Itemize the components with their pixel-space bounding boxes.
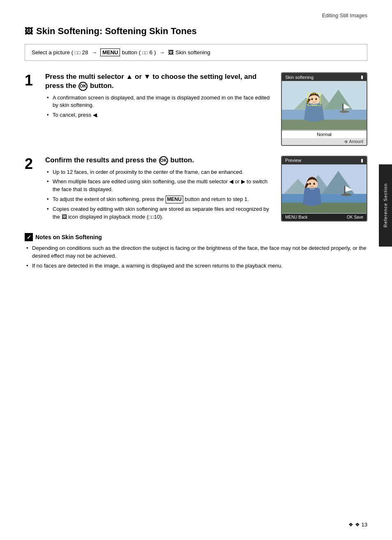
nav-text-paren: ) <box>154 49 156 55</box>
preview-footer: MENU Back OK Save <box>282 214 367 221</box>
step2-bullet-list: Up to 12 faces, in order of proximity to… <box>45 168 273 222</box>
side-tab: Reference Section <box>379 164 392 247</box>
step1-bullet-1-text: A confirmation screen is displayed, and … <box>53 95 270 108</box>
svg-point-7 <box>339 111 349 113</box>
screen1-header: Skin softening ▮ <box>282 73 367 81</box>
step2-heading-text: Confirm the results and press the <box>45 156 159 164</box>
page-header: Editing Still Images <box>25 12 367 18</box>
nav-page1: 28 <box>82 49 88 55</box>
step2-bullet-2-text: When multiple faces are edited using ski… <box>53 178 267 192</box>
notes-item-2: If no faces are detected in the image, a… <box>25 262 367 270</box>
step2-screen: Preview ▮ <box>281 156 367 222</box>
step2-bullet-3-text: To adjust the extent of skin softening, … <box>53 196 166 202</box>
step1-heading-text: Press the multi selector ▲ or ▼ to choos… <box>45 73 257 90</box>
step2-bullet-3-text2: button and return to step 1. <box>183 196 249 202</box>
screen1-amount: ⊕ Amount <box>282 138 367 145</box>
step2-heading: Confirm the results and press the OK but… <box>45 156 273 165</box>
step2-text: Confirm the results and press the OK but… <box>45 156 273 223</box>
step2-bullet-3: To adjust the extent of skin softening, … <box>45 196 273 203</box>
nav-page2: 6 <box>149 49 152 55</box>
svg-point-11 <box>315 98 317 100</box>
footer-page-number: 13 <box>362 522 367 528</box>
page-title-text: Skin Softening: Softening Skin Tones <box>36 26 197 37</box>
step1-content: Press the multi selector ▲ or ▼ to choos… <box>45 72 367 146</box>
svg-point-23 <box>309 183 311 185</box>
step1-bullet-2: To cancel, press ◀. <box>45 111 273 119</box>
svg-rect-8 <box>282 120 367 130</box>
amount-icon: ⊕ <box>344 139 348 144</box>
preview-back-label: MENU Back <box>285 215 307 219</box>
step1-bullet-1: A confirmation screen is displayed, and … <box>45 94 273 110</box>
preview-battery: ▮ <box>361 158 363 163</box>
nav-text-start: Select a picture ( <box>32 49 73 55</box>
nav-text-mid: button ( <box>122 49 141 55</box>
step1-heading-end: button. <box>88 82 113 90</box>
nav-page1-icon: □□ <box>75 50 80 55</box>
step1-section: 1 Press the multi selector ▲ or ▼ to cho… <box>25 72 367 146</box>
step2-bullet-1-text: Up to 12 faces, in order of proximity to… <box>53 169 244 175</box>
step2-row: Confirm the results and press the OK but… <box>45 156 367 223</box>
step2-content: Confirm the results and press the OK but… <box>45 156 367 223</box>
footer-icon: ❖ <box>348 522 353 528</box>
step2-bullet-2: When multiple faces are edited using ski… <box>45 178 273 194</box>
notes-header: ✓ Notes on Skin Softening <box>25 233 367 241</box>
screen1-footer: Normal <box>282 130 367 138</box>
step2-bullet-4: Copies created by editing with skin soft… <box>45 205 273 221</box>
skin-softening-screen: Skin softening ▮ <box>281 72 367 146</box>
notes-item-1: Depending on conditions such as the dire… <box>25 245 367 260</box>
svg-point-10 <box>311 98 313 100</box>
checkmark-icon: ✓ <box>25 233 33 241</box>
nav-icon2: 🖼 <box>168 49 174 55</box>
nav-arrow1: → <box>92 49 97 55</box>
step1-number: 1 <box>25 73 45 88</box>
svg-point-20 <box>341 194 352 196</box>
menu-label-inline: MENU <box>166 196 183 203</box>
preview-title: Preview <box>285 158 301 163</box>
ok-button-icon2: OK <box>159 156 168 165</box>
screen1-battery: ▮ <box>361 74 363 80</box>
menu-key: MENU <box>100 48 120 56</box>
step1-screen: Skin softening ▮ <box>281 72 367 146</box>
preview-header: Preview ▮ <box>282 157 367 164</box>
screen1-amount-label: Amount <box>349 139 363 144</box>
notes-item-1-text: Depending on conditions such as the dire… <box>32 245 366 259</box>
step1-text: Press the multi selector ▲ or ▼ to choos… <box>45 72 273 121</box>
preview-camera-screen: Preview ▮ <box>281 156 367 222</box>
step2-ref-icon: □□ <box>148 215 154 219</box>
nav-arrow2: → <box>159 49 165 55</box>
footer-icon2: ❖ <box>355 522 360 528</box>
page-title: 🖼 Skin Softening: Softening Skin Tones <box>25 26 367 37</box>
notes-title: Notes on Skin Softening <box>35 234 102 240</box>
svg-rect-5 <box>342 104 344 112</box>
side-tab-label: Reference Section <box>383 183 388 228</box>
svg-point-24 <box>314 183 315 185</box>
navigation-box: Select a picture ( □□ 28 → MENU button (… <box>25 44 367 61</box>
step1-heading: Press the multi selector ▲ or ▼ to choos… <box>45 72 273 91</box>
notes-list: Depending on conditions such as the dire… <box>25 245 367 270</box>
svg-rect-18 <box>344 186 345 195</box>
nav-end: Skin softening <box>175 49 210 55</box>
ok-button-icon: OK <box>78 82 88 91</box>
screen1-level: Normal <box>317 132 331 137</box>
svg-rect-21 <box>282 203 367 213</box>
nav-page2-icon: □□ <box>142 50 148 55</box>
step1-bullet-2-text: To cancel, press ◀. <box>53 112 98 118</box>
step2-number: 2 <box>25 157 45 171</box>
notes-item-2-text: If no faces are detected in the image, a… <box>32 263 283 269</box>
screen1-body <box>282 81 367 130</box>
svg-rect-17 <box>282 194 367 204</box>
step2-bullet-4-num: 10). <box>154 214 163 220</box>
step2-section: 2 Confirm the results and press the OK b… <box>25 156 367 223</box>
screen1-title: Skin softening <box>285 75 314 80</box>
page: Editing Still Images 🖼 Skin Softening: S… <box>0 0 392 540</box>
page-footer: ❖ ❖ 13 <box>348 522 367 528</box>
notes-section: ✓ Notes on Skin Softening Depending on c… <box>25 233 367 270</box>
header-title: Editing Still Images <box>322 12 367 18</box>
preview-body <box>282 164 367 214</box>
skin-softening-icon: 🖼 <box>25 27 33 36</box>
step2-heading-end: button. <box>168 156 194 164</box>
step1-row: Press the multi selector ▲ or ▼ to choos… <box>45 72 367 146</box>
step2-bullet-1: Up to 12 faces, in order of proximity to… <box>45 168 273 176</box>
preview-save-label: OK Save <box>347 215 363 219</box>
step1-bullet-list: A confirmation screen is displayed, and … <box>45 94 273 120</box>
